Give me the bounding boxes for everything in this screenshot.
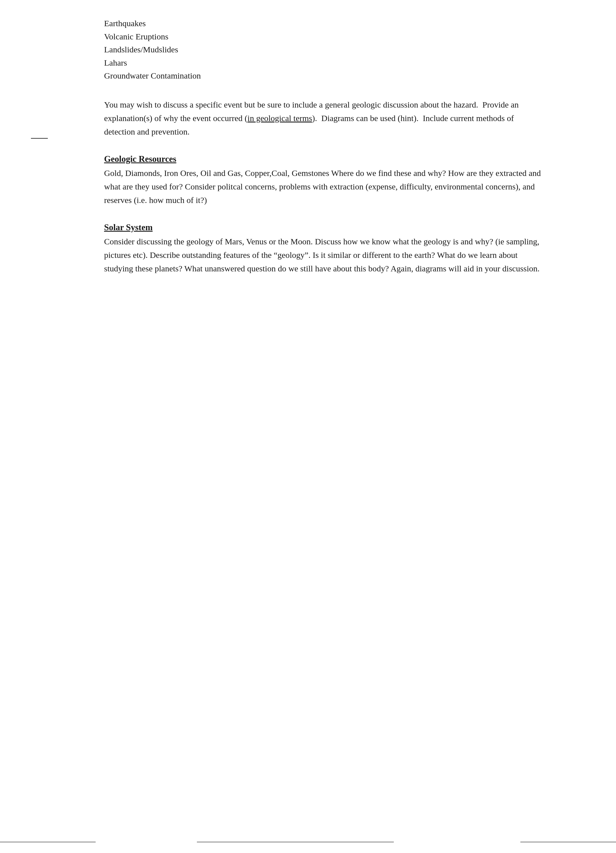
list-section: Earthquakes Volcanic Eruptions Landslide… bbox=[104, 17, 543, 82]
margin-mark bbox=[31, 138, 48, 139]
solar-system-body: Consider discussing the geology of Mars,… bbox=[104, 235, 543, 275]
solar-system-section: Solar System Consider discussing the geo… bbox=[104, 222, 543, 275]
geologic-resources-section: Geologic Resources Gold, Diamonds, Iron … bbox=[104, 154, 543, 207]
geologic-resources-heading: Geologic Resources bbox=[104, 154, 176, 164]
bottom-line-right bbox=[521, 842, 616, 842]
bottom-line-center bbox=[197, 842, 394, 842]
solar-system-heading: Solar System bbox=[104, 222, 153, 232]
geologic-resources-body: Gold, Diamonds, Iron Ores, Oil and Gas, … bbox=[104, 166, 543, 207]
list-item: Landslides/Mudslides bbox=[104, 43, 543, 56]
bottom-line-left bbox=[0, 842, 95, 842]
list-item: Earthquakes bbox=[104, 17, 543, 30]
list-item: Groundwater Contamination bbox=[104, 69, 543, 82]
intro-paragraph: You may wish to discuss a specific event… bbox=[104, 98, 543, 138]
page: Earthquakes Volcanic Eruptions Landslide… bbox=[0, 0, 616, 853]
underline-phrase: in geological terms bbox=[248, 114, 312, 123]
list-item: Lahars bbox=[104, 56, 543, 70]
list-item: Volcanic Eruptions bbox=[104, 30, 543, 43]
